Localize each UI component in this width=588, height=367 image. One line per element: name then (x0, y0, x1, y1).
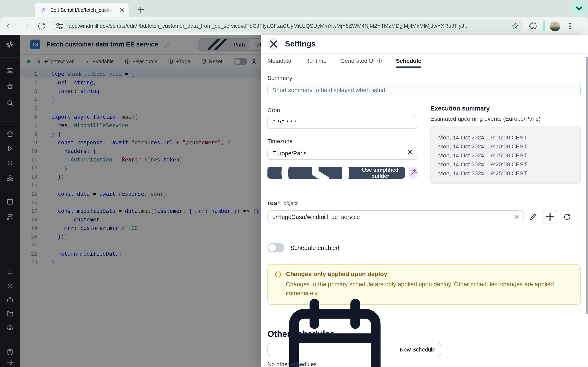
reload-icon[interactable] (37, 21, 47, 31)
ai-cron-button[interactable] (409, 167, 417, 179)
tab-runtime[interactable]: Runtime (305, 54, 327, 68)
schedule-enabled-row: Schedule enabled (268, 243, 339, 252)
timezone-clear-icon[interactable] (407, 149, 413, 155)
sidebar-item-help[interactable] (0, 347, 20, 357)
sidebar-item-quick-access[interactable] (0, 62, 20, 78)
execution-event: Mon, 14 Oct 2024, 19:05:00 CEST (438, 133, 575, 142)
sidebar-item-triggers[interactable] (0, 209, 20, 224)
no-other-schedules-text: No other schedules (268, 361, 581, 367)
site-settings-icon[interactable] (54, 21, 65, 31)
sidebar-item-settings[interactable] (0, 279, 20, 293)
execution-summary-heading: Execution summary (430, 105, 581, 112)
modal-backdrop[interactable] (20, 35, 261, 367)
gear-icon (6, 282, 14, 290)
close-icon[interactable] (268, 38, 280, 50)
route-icon (6, 213, 14, 221)
res-refresh-icon[interactable] (563, 213, 571, 221)
info-icon (377, 58, 382, 63)
tab-search-button[interactable] (573, 2, 585, 14)
eye-icon (6, 324, 14, 331)
app-window: Edit Script f/bd/fetch_custom app.windmi… (0, 0, 588, 367)
sidebar-item-users[interactable] (0, 265, 20, 279)
sidebar-groups (0, 58, 20, 367)
sidebar-item-resources[interactable] (0, 170, 20, 185)
play-icon (6, 145, 14, 152)
boxes-icon (6, 174, 14, 182)
search-icon (6, 99, 14, 107)
sidebar-expand[interactable] (0, 357, 20, 367)
star-icon (6, 83, 14, 90)
execution-events-box: Mon, 14 Oct 2024, 19:05:00 CESTMon, 14 O… (430, 126, 581, 184)
drawer-scrollbar[interactable] (586, 57, 588, 314)
res-edit-pencil-icon[interactable] (529, 213, 537, 221)
windmill-logo-icon[interactable] (5, 40, 15, 49)
cron-section: Cron Timezone Use simplified builder (268, 107, 417, 179)
browser-chrome: Edit Script f/bd/fetch_custom app.windmi… (0, 0, 588, 35)
alert-circle-icon (274, 271, 282, 278)
schedule-enabled-toggle[interactable] (268, 243, 284, 252)
execution-summary-section: Execution summary Estimated upcoming eve… (430, 105, 581, 184)
drawer-header: Settings (261, 35, 588, 54)
back-icon[interactable] (5, 21, 15, 31)
sidebar-item-runs[interactable] (0, 141, 20, 156)
new-schedule-button[interactable]: New Schedule (268, 343, 441, 356)
main-area: TS Fetch customer data from EE service P… (0, 35, 588, 367)
arrowright-icon (6, 359, 14, 366)
windmill-favicon (40, 7, 47, 13)
avatar[interactable] (550, 21, 560, 31)
settings-body: Summary Cron Timezone Use simplified b (261, 68, 588, 367)
dollar-icon (6, 159, 14, 167)
warning-title: Changes only applied upon deploy (286, 270, 563, 277)
timezone-input[interactable] (268, 147, 417, 160)
tab-title: Edit Script f/bd/fetch_custom (50, 7, 112, 13)
required-mark: * (278, 200, 280, 206)
calendar-icon (6, 198, 14, 206)
bookmark-star-icon[interactable] (512, 22, 519, 30)
forward-icon[interactable] (20, 21, 30, 31)
url-text: app.windmill.dev/scripts/edit/f/bd/fetch… (69, 23, 508, 29)
sidebar-group (0, 126, 20, 185)
simplified-builder-button[interactable]: Use simplified builder (268, 167, 405, 179)
extensions-icon[interactable] (528, 21, 538, 31)
home-icon (6, 130, 14, 138)
address-bar[interactable]: app.windmill.dev/scripts/edit/f/bd/fetch… (53, 20, 523, 32)
calendar-icon (274, 288, 396, 367)
execution-event: Mon, 14 Oct 2024, 19:25:00 CEST (438, 169, 575, 178)
other-schedules-section: Other schedules New Schedule No other sc… (268, 329, 581, 367)
summary-input[interactable] (268, 83, 581, 96)
execution-event: Mon, 14 Oct 2024, 19:15:00 CEST (438, 151, 575, 160)
sidebar-group (0, 265, 20, 334)
tab-strip: Edit Script f/bd/fetch_custom (0, 0, 588, 17)
browser-tab[interactable]: Edit Script f/bd/fetch_custom (35, 3, 129, 17)
summary-label: Summary (268, 75, 581, 81)
sidebar-item-folders[interactable] (0, 307, 20, 320)
tab-generated-ui[interactable]: Generated UI (340, 54, 382, 68)
sidebar-item-favorites[interactable] (0, 78, 20, 95)
sidebar-item-schedules[interactable] (0, 194, 20, 209)
res-input[interactable] (268, 210, 524, 223)
sidebar-item-workers[interactable] (0, 293, 20, 307)
cron-input[interactable] (268, 116, 417, 129)
script-editor: TS Fetch customer data from EE service P… (20, 35, 261, 367)
new-tab-button[interactable] (136, 5, 146, 15)
sidebar-item-audit-logs[interactable] (0, 320, 20, 334)
sidebar-group (0, 62, 20, 111)
user-icon (6, 268, 14, 276)
execution-summary-subheading: Estimated upcoming events (Europe/Paris) (430, 115, 581, 122)
settings-drawer: Settings MetadataRuntimeGenerated UISche… (261, 35, 588, 367)
res-clear-icon[interactable] (513, 213, 520, 220)
res-add-button[interactable] (543, 210, 557, 224)
res-arg-name: res (268, 200, 277, 207)
tab-schedule[interactable]: Schedule (396, 54, 421, 68)
summary-section: Summary (268, 75, 581, 96)
sidebar-item-search[interactable] (0, 95, 20, 111)
cron-label: Cron (268, 107, 417, 113)
wand-sparkles-icon (409, 169, 417, 177)
sidebar-item-home[interactable] (0, 126, 20, 141)
tab-close-icon[interactable] (119, 7, 125, 13)
folder-icon (6, 310, 14, 317)
browser-menu-icon[interactable] (565, 21, 575, 31)
sidebar-item-variables[interactable] (0, 156, 20, 170)
tab-metadata[interactable]: Metadata (268, 54, 291, 68)
schedule-enabled-label: Schedule enabled (290, 244, 339, 251)
